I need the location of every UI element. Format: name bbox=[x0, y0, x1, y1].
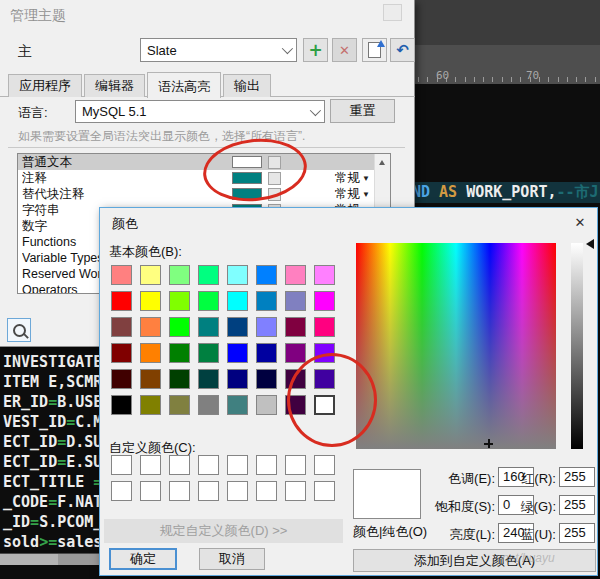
add-theme-button[interactable]: + bbox=[303, 38, 328, 62]
basic-color-swatch[interactable] bbox=[256, 369, 277, 389]
add-to-custom-colors-button[interactable]: 添加到自定义颜色(A) bbox=[353, 549, 596, 572]
scrollbar-thumb[interactable] bbox=[0, 554, 58, 565]
basic-color-swatch[interactable] bbox=[140, 343, 161, 363]
basic-color-swatch[interactable] bbox=[285, 317, 306, 337]
tab-item[interactable]: 应用程序 bbox=[8, 74, 82, 97]
editor-code-block[interactable]: INVESTIGATEITEM E,SCMRER_ID=B.USEVEST_ID… bbox=[3, 352, 102, 552]
custom-color-swatch[interactable] bbox=[285, 455, 306, 475]
basic-color-swatch[interactable] bbox=[198, 291, 219, 311]
style-list-row[interactable]: 替代块注释常规▼ bbox=[18, 186, 390, 202]
green-input[interactable]: 255 bbox=[559, 495, 595, 515]
basic-color-swatch[interactable] bbox=[198, 265, 219, 285]
basic-color-swatch[interactable] bbox=[169, 369, 190, 389]
export-theme-button[interactable] bbox=[362, 38, 387, 62]
custom-color-swatch[interactable] bbox=[111, 455, 132, 475]
basic-color-swatch[interactable] bbox=[285, 291, 306, 311]
basic-color-swatch[interactable] bbox=[140, 291, 161, 311]
basic-color-swatch[interactable] bbox=[111, 369, 132, 389]
custom-color-swatch[interactable] bbox=[198, 481, 219, 501]
luminance-slider[interactable] bbox=[571, 243, 583, 449]
basic-color-swatch[interactable] bbox=[227, 369, 248, 389]
language-select[interactable]: MySQL 5.1 bbox=[75, 100, 325, 123]
basic-color-swatch[interactable] bbox=[314, 317, 335, 337]
luminance-slider-arrow[interactable] bbox=[586, 239, 594, 249]
custom-color-swatch[interactable] bbox=[111, 481, 132, 501]
undo-button[interactable]: ↶ bbox=[390, 38, 415, 62]
custom-color-swatch[interactable] bbox=[169, 455, 190, 475]
basic-color-swatch[interactable] bbox=[169, 343, 190, 363]
custom-color-swatch[interactable] bbox=[314, 481, 335, 501]
basic-color-swatch[interactable] bbox=[140, 395, 161, 415]
code-line: _ID=S.PCOM_ bbox=[3, 512, 102, 532]
basic-color-swatch[interactable] bbox=[169, 291, 190, 311]
basic-color-swatch[interactable] bbox=[169, 265, 190, 285]
basic-color-swatch[interactable] bbox=[256, 395, 277, 415]
color-field-crosshair[interactable] bbox=[484, 439, 493, 448]
basic-color-swatch[interactable] bbox=[111, 291, 132, 311]
color-preview-box bbox=[353, 469, 421, 519]
basic-color-swatch[interactable] bbox=[227, 317, 248, 337]
custom-color-swatch[interactable] bbox=[140, 481, 161, 501]
editor-horizontal-scrollbar[interactable] bbox=[0, 553, 99, 565]
basic-color-swatch[interactable] bbox=[227, 343, 248, 363]
basic-color-swatch[interactable] bbox=[256, 265, 277, 285]
code-token: WORK_PORT, bbox=[466, 183, 556, 201]
basic-color-swatch[interactable] bbox=[140, 317, 161, 337]
custom-color-swatch[interactable] bbox=[285, 481, 306, 501]
blue-input[interactable]: 255 bbox=[559, 523, 595, 543]
basic-color-swatch[interactable] bbox=[169, 317, 190, 337]
delete-theme-button[interactable]: ✕ bbox=[332, 38, 357, 62]
custom-color-swatch[interactable] bbox=[198, 455, 219, 475]
basic-color-swatch[interactable] bbox=[227, 291, 248, 311]
basic-color-swatch[interactable] bbox=[140, 369, 161, 389]
close-icon[interactable]: ✕ bbox=[571, 213, 589, 231]
basic-color-swatch[interactable] bbox=[111, 343, 132, 363]
basic-color-swatch[interactable] bbox=[198, 369, 219, 389]
code-line: VEST_ID=C.M bbox=[3, 412, 102, 432]
ok-button[interactable]: 确定 bbox=[109, 548, 177, 570]
tab-item[interactable]: 编辑器 bbox=[84, 74, 145, 97]
red-input[interactable]: 255 bbox=[559, 467, 595, 487]
theme-select[interactable]: Slate bbox=[140, 38, 297, 62]
custom-color-swatch[interactable] bbox=[256, 455, 277, 475]
basic-color-swatch[interactable] bbox=[198, 317, 219, 337]
window-corner-button[interactable] bbox=[383, 4, 402, 21]
custom-color-swatch[interactable] bbox=[227, 481, 248, 501]
code-line: _CODE=F.NAT bbox=[3, 492, 102, 512]
code-token: _ID bbox=[3, 513, 30, 531]
basic-color-swatch[interactable] bbox=[256, 291, 277, 311]
cancel-button[interactable]: 取消 bbox=[199, 548, 265, 570]
basic-color-swatch[interactable] bbox=[198, 395, 219, 415]
basic-color-swatch[interactable] bbox=[256, 317, 277, 337]
tab-item[interactable]: 输出 bbox=[223, 74, 271, 97]
basic-color-swatch[interactable] bbox=[314, 291, 335, 311]
basic-color-swatch[interactable] bbox=[111, 395, 132, 415]
custom-color-swatch[interactable] bbox=[169, 481, 190, 501]
basic-color-swatch[interactable] bbox=[198, 343, 219, 363]
search-button[interactable] bbox=[7, 318, 31, 342]
basic-color-swatch[interactable] bbox=[285, 265, 306, 285]
basic-colors-label: 基本颜色(B): bbox=[109, 243, 182, 261]
basic-color-swatch[interactable] bbox=[256, 343, 277, 363]
basic-color-swatch[interactable] bbox=[111, 317, 132, 337]
hue-saturation-field[interactable] bbox=[356, 243, 556, 449]
basic-color-swatch[interactable] bbox=[169, 395, 190, 415]
tab-item[interactable]: 语法高亮 bbox=[147, 72, 221, 98]
font-style-dropdown[interactable]: 常规▼ bbox=[335, 186, 370, 203]
basic-color-swatch[interactable] bbox=[140, 265, 161, 285]
basic-color-swatch[interactable] bbox=[285, 343, 306, 363]
custom-color-swatch[interactable] bbox=[314, 455, 335, 475]
custom-color-swatch[interactable] bbox=[140, 455, 161, 475]
scroll-up-icon[interactable] bbox=[379, 160, 385, 165]
custom-color-swatch[interactable] bbox=[256, 481, 277, 501]
custom-color-swatch[interactable] bbox=[227, 455, 248, 475]
code-token: = bbox=[48, 493, 57, 511]
basic-color-swatch[interactable] bbox=[227, 265, 248, 285]
font-style-dropdown[interactable]: 常规▼ bbox=[335, 170, 370, 187]
code-token: ECT_ID bbox=[3, 453, 57, 471]
define-custom-colors-button[interactable]: 规定自定义颜色(D) >> bbox=[104, 519, 343, 543]
reset-button[interactable]: 重置 bbox=[330, 99, 395, 123]
basic-color-swatch[interactable] bbox=[227, 395, 248, 415]
basic-color-swatch[interactable] bbox=[111, 265, 132, 285]
basic-color-swatch[interactable] bbox=[314, 265, 335, 285]
